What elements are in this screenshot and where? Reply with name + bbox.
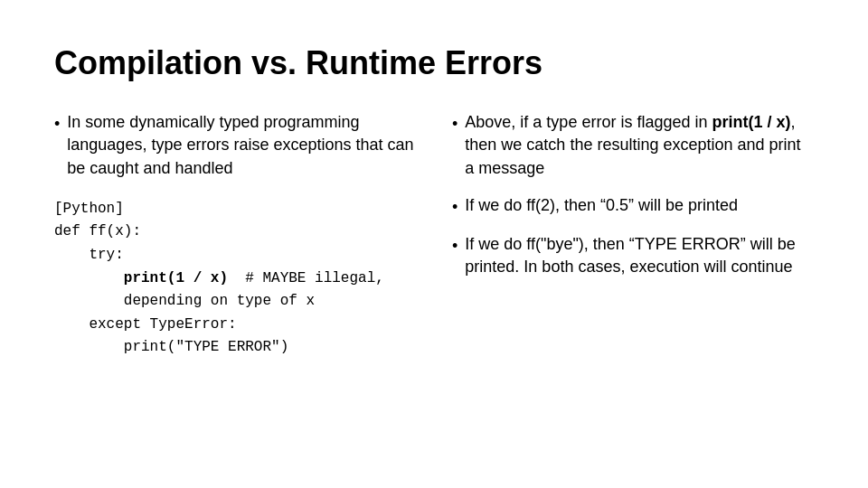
right-bullet-2: • If we do ff(2), then “0.5” will be pri… (452, 194, 814, 219)
code-line-4: depending on type of x (54, 290, 416, 314)
right-bullet-dot-2: • (452, 196, 458, 219)
content-area: • In some dynamically typed programming … (54, 111, 814, 452)
left-bullet-1-text: In some dynamically typed programming la… (67, 111, 416, 180)
right-bullet-dot-3: • (452, 235, 458, 258)
right-bullets: • Above, if a type error is flagged in p… (452, 111, 814, 278)
code-line-3: print(1 / x) # MAYBE illegal, (54, 267, 416, 291)
right-bullet-1-text: Above, if a type error is flagged in pri… (465, 111, 814, 180)
right-bullet-3-text: If we do ff("bye"), then “TYPE ERROR” wi… (465, 233, 814, 278)
right-bullet-3: • If we do ff("bye"), then “TYPE ERROR” … (452, 233, 814, 278)
code-line-6: print("TYPE ERROR") (54, 336, 416, 360)
slide: Compilation vs. Runtime Errors • In some… (0, 0, 868, 488)
slide-title: Compilation vs. Runtime Errors (54, 43, 814, 82)
left-bullet-1: • In some dynamically typed programming … (54, 111, 416, 180)
code-python-label: [Python] (54, 198, 416, 221)
right-bullet-2-text: If we do ff(2), then “0.5” will be print… (465, 194, 738, 217)
right-bullet-dot-1: • (452, 113, 458, 136)
right-column: • Above, if a type error is flagged in p… (452, 111, 814, 452)
left-column: • In some dynamically typed programming … (54, 111, 416, 452)
bullet-dot-1: • (54, 113, 60, 136)
code-line-5: except TypeError: (54, 314, 416, 337)
code-line-2: try: (54, 244, 416, 267)
code-line-1: def ff(x): (54, 221, 416, 244)
code-block: [Python] def ff(x): try: print(1 / x) # … (54, 198, 416, 360)
right-bullet-1: • Above, if a type error is flagged in p… (452, 111, 814, 180)
